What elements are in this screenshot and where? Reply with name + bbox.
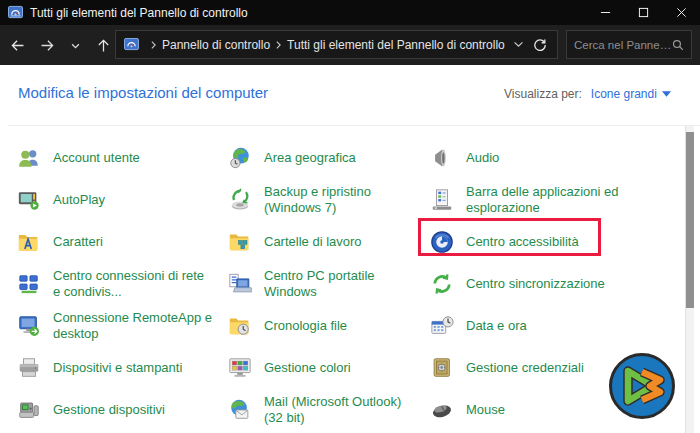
item-centro-sincronizzazione[interactable]: Centro sincronizzazione (430, 263, 683, 305)
item-label: Gestione credenziali (466, 360, 584, 377)
item-label: Data e ora (466, 318, 527, 335)
breadcrumb-control-panel[interactable]: Pannello di controllo (162, 38, 270, 52)
address-bar[interactable]: Pannello di controllo Tutti gli elementi… (115, 30, 558, 59)
item-autoplay[interactable]: AutoPlay (17, 179, 228, 221)
control-panel-icon (124, 38, 139, 51)
page-title[interactable]: Modifica le impostazioni del computer (18, 84, 268, 101)
window-controls (586, 0, 700, 25)
work-folders-icon (228, 230, 252, 254)
address-dropdown-chevron-icon[interactable] (507, 34, 529, 56)
item-label: Gestione colori (264, 360, 351, 377)
credential-manager-icon (430, 356, 454, 380)
remoteapp-icon (17, 314, 41, 338)
navigation-bar: Pannello di controllo Tutti gli elementi… (0, 25, 700, 65)
item-label: Caratteri (53, 234, 103, 251)
search-input[interactable]: Cerca nel Pannello d... (566, 30, 692, 59)
autoplay-icon (17, 188, 41, 212)
item-label: Cartelle di lavoro (264, 234, 362, 251)
maximize-button[interactable] (624, 0, 662, 25)
view-by-label: Visualizza per: (504, 87, 582, 101)
item-label: Centro connessioni di rete e condivis... (53, 268, 204, 301)
scrollbar-track[interactable] (685, 126, 694, 433)
color-management-icon (228, 356, 252, 380)
view-by-value: Icone grandi (591, 87, 657, 101)
breadcrumb-all-items[interactable]: Tutti gli elementi del Pannello di contr… (287, 38, 505, 52)
item-label: Connessione RemoteApp e desktop (53, 310, 212, 343)
watermark-logo (608, 352, 676, 420)
item-label: Centro PC portatile Windows (264, 268, 375, 301)
breadcrumb-separator-icon (275, 40, 282, 50)
caret-down-icon (662, 91, 671, 97)
sync-center-icon (430, 272, 454, 296)
item-label: Barra delle applicazioni ed esplorazione (466, 184, 618, 217)
item-label: Dispositivi e stampanti (53, 360, 182, 377)
mail-icon (228, 398, 252, 422)
item-gestione-colori[interactable]: Gestione colori (228, 347, 430, 389)
up-icon[interactable] (90, 32, 116, 58)
item-label: Centro sincronizzazione (466, 276, 605, 293)
control-panel-icon (8, 5, 23, 20)
item-account-utente[interactable]: Account utente (17, 137, 228, 179)
item-connessione-remoteapp-e[interactable]: Connessione RemoteApp e desktop (17, 305, 228, 347)
view-by-dropdown[interactable]: Icone grandi (591, 87, 671, 101)
item-mail-microsoft-outlook[interactable]: Mail (Microsoft Outlook) (32 bit) (228, 389, 430, 431)
header-separator (8, 125, 700, 126)
mobility-center-icon (228, 272, 252, 296)
window-title: Tutti gli elementi del Pannello di contr… (30, 6, 248, 20)
item-audio[interactable]: Audio (430, 137, 683, 179)
title-bar: Tutti gli elementi del Pannello di contr… (0, 0, 700, 25)
network-center-icon (17, 272, 41, 296)
refresh-icon[interactable] (529, 34, 551, 56)
user-accounts-icon (17, 146, 41, 170)
item-barra-delle-applicazioni-ed[interactable]: Barra delle applicazioni ed esplorazione (430, 179, 683, 221)
item-cartelle-di-lavoro[interactable]: Cartelle di lavoro (228, 221, 430, 263)
forward-icon[interactable] (34, 32, 60, 58)
region-icon (228, 146, 252, 170)
mouse-icon (430, 398, 454, 422)
item-data-e-ora[interactable]: Data e ora (430, 305, 683, 347)
search-placeholder: Cerca nel Pannello d... (574, 39, 672, 51)
item-label: Gestione dispositivi (53, 402, 165, 419)
date-time-icon (430, 314, 454, 338)
item-centro-accessibilit[interactable]: Centro accessibilità (430, 221, 683, 263)
item-dispositivi-e-stampanti[interactable]: Dispositivi e stampanti (17, 347, 228, 389)
fonts-icon (17, 230, 41, 254)
item-area-geografica[interactable]: Area geografica (228, 137, 430, 179)
item-label: Audio (466, 150, 499, 167)
item-label: AutoPlay (53, 192, 105, 209)
item-label: Centro accessibilità (466, 234, 579, 251)
view-by-control: Visualizza per: Icone grandi (504, 87, 671, 101)
file-history-icon (228, 314, 252, 338)
recent-pages-chevron-icon[interactable] (62, 32, 88, 58)
item-centro-pc-portatile[interactable]: Centro PC portatile Windows (228, 263, 430, 305)
item-label: Cronologia file (264, 318, 347, 335)
back-icon[interactable] (4, 32, 30, 58)
item-label: Mouse (466, 402, 505, 419)
ease-of-access-icon (430, 230, 454, 254)
backup-restore-icon (228, 188, 252, 212)
item-label: Area geografica (264, 150, 356, 167)
minimize-button[interactable] (586, 0, 624, 25)
close-button[interactable] (662, 0, 700, 25)
device-manager-icon (17, 398, 41, 422)
scrollbar-thumb[interactable] (686, 132, 694, 308)
item-label: Account utente (53, 150, 140, 167)
item-label: Mail (Microsoft Outlook) (32 bit) (264, 394, 401, 427)
item-caratteri[interactable]: Caratteri (17, 221, 228, 263)
item-centro-connessioni-di-rete[interactable]: Centro connessioni di rete e condivis... (17, 263, 228, 305)
control-panel-items: Account utenteArea geograficaAudioAutoPl… (17, 137, 683, 431)
item-label: Backup e ripristino (Windows 7) (264, 184, 371, 217)
item-gestione-dispositivi[interactable]: Gestione dispositivi (17, 389, 228, 431)
audio-icon (430, 146, 454, 170)
breadcrumb-separator-icon (150, 40, 157, 50)
item-cronologia-file[interactable]: Cronologia file (228, 305, 430, 347)
devices-printers-icon (17, 356, 41, 380)
search-icon[interactable] (672, 39, 684, 51)
taskbar-icon (430, 188, 454, 212)
item-backup-e-ripristino[interactable]: Backup e ripristino (Windows 7) (228, 179, 430, 221)
